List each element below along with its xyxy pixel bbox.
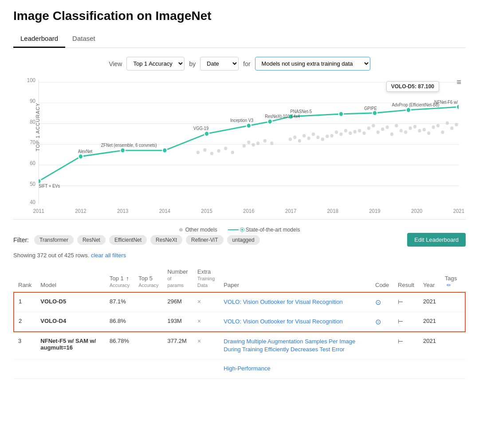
svg-text:2011: 2011 (33, 208, 45, 215)
top1-cell: 86.78% (105, 332, 134, 359)
extra-cell: × (193, 332, 219, 359)
svg-point-46 (450, 126, 453, 130)
col-code: Code (371, 265, 393, 292)
year-cell (419, 359, 440, 378)
tags-edit-icon[interactable]: ✏ (447, 282, 451, 288)
svg-point-78 (162, 148, 167, 153)
svg-point-69 (196, 151, 200, 154)
svg-point-43 (436, 124, 440, 127)
svg-point-52 (349, 131, 352, 135)
result-icon[interactable]: ⊢ (398, 298, 403, 305)
svg-point-79 (204, 131, 209, 136)
col-tags: Tags ✏ (440, 265, 465, 292)
svg-text:Inception V3: Inception V3 (230, 118, 254, 123)
edit-leaderboard-button[interactable]: Edit Leaderboard (407, 233, 466, 247)
svg-point-80 (247, 123, 251, 128)
paper-link[interactable]: VOLO: Vision Outlooker for Visual Recogn… (224, 299, 342, 305)
svg-text:AlexNet: AlexNet (78, 149, 93, 153)
svg-point-62 (326, 134, 329, 138)
clear-filters-link[interactable]: clear all filters (91, 252, 126, 259)
view-select[interactable]: Top 1 Accuracy Top 5 Accuracy (126, 57, 185, 71)
result-icon[interactable]: ⊢ (398, 318, 403, 325)
year-cell: 2021 (419, 332, 440, 359)
svg-point-86 (456, 104, 461, 109)
svg-point-32 (385, 126, 389, 129)
col-top1[interactable]: Top 1 ↑ Accuracy (105, 265, 134, 292)
col-params: Number of params (163, 265, 193, 292)
y-axis-label: TOP 1 ACCURACY (35, 102, 40, 151)
col-rank: Rank (14, 265, 36, 292)
svg-point-30 (377, 130, 380, 134)
code-cell[interactable]: ⊙ (371, 312, 393, 332)
filter-tag-efficientnet[interactable]: EfficientNet (109, 235, 147, 245)
filter-label: Filter: (13, 236, 29, 244)
chart-controls: View Top 1 Accuracy Top 5 Accuracy by Da… (13, 57, 466, 71)
by-select[interactable]: Date Params FLOPs (200, 57, 239, 71)
svg-point-76 (79, 154, 83, 159)
svg-point-55 (293, 135, 296, 139)
svg-point-85 (406, 107, 411, 112)
result-cell[interactable]: ⊢ (393, 312, 419, 332)
paper-cell: High-Performance (219, 359, 371, 378)
svg-point-58 (307, 137, 310, 140)
paper-link[interactable]: Drawing Multiple Augmentation Samples Pe… (224, 338, 355, 353)
paper-link-4[interactable]: High-Performance (224, 365, 271, 372)
github-icon[interactable]: ⊙ (375, 299, 381, 306)
code-cell[interactable]: ⊙ (371, 292, 393, 312)
paper-link[interactable]: VOLO: Vision Outlooker for Visual Recogn… (224, 318, 342, 325)
svg-point-66 (256, 141, 259, 145)
tab-dataset[interactable]: Dataset (65, 30, 102, 48)
filter-tag-resnext[interactable]: ResNeXt (150, 235, 182, 245)
svg-text:2019: 2019 (369, 208, 381, 215)
github-icon[interactable]: ⊙ (375, 318, 381, 326)
top5-cell (134, 359, 163, 378)
svg-point-63 (243, 144, 246, 148)
svg-text:50: 50 (30, 181, 35, 187)
rank-cell: 3 (14, 332, 36, 359)
page-title: Image Classification on ImageNet (13, 9, 466, 23)
filter-tag-resnet[interactable]: ResNet (77, 235, 106, 245)
top1-cell: 86.8% (105, 312, 134, 332)
svg-text:2017: 2017 (285, 208, 297, 215)
table-row: High-Performance (14, 359, 465, 378)
params-cell (163, 359, 193, 378)
filter-section: Filter: Transformer ResNet EfficientNet … (13, 233, 466, 247)
tab-leaderboard[interactable]: Leaderboard (13, 30, 65, 48)
svg-point-74 (231, 151, 234, 154)
svg-point-54 (289, 138, 292, 141)
svg-point-81 (267, 119, 272, 124)
code-cell (371, 332, 393, 359)
result-cell[interactable]: ⊢ (393, 292, 419, 312)
svg-point-45 (446, 122, 449, 125)
legend-sota-label: State-of-the-art models (246, 227, 300, 233)
svg-point-36 (404, 130, 407, 134)
svg-text:GPIPE: GPIPE (364, 106, 377, 111)
svg-point-34 (395, 124, 398, 127)
result-cell (393, 359, 419, 378)
paper-cell: VOLO: Vision Outlooker for Visual Recogn… (219, 312, 371, 332)
tab-bar: Leaderboard Dataset (13, 30, 466, 48)
top1-cell: 87.1% (105, 292, 134, 312)
col-top5: Top 5 Accuracy (134, 265, 163, 292)
chart-menu-icon[interactable]: ≡ (456, 78, 461, 87)
svg-point-29 (372, 124, 375, 127)
svg-point-26 (358, 129, 361, 133)
filter-tag-refiner[interactable]: Refiner-ViT (186, 235, 223, 245)
result-cell[interactable]: ⊢ (393, 332, 419, 359)
svg-text:SIFT + EVs: SIFT + EVs (39, 184, 60, 189)
for-select[interactable]: Models not using extra training data All… (255, 57, 370, 71)
filter-tag-transformer[interactable]: Transformer (34, 235, 74, 245)
svg-text:2012: 2012 (75, 208, 86, 215)
svg-point-83 (339, 111, 343, 116)
svg-point-84 (373, 110, 377, 115)
params-cell: 296M (163, 292, 193, 312)
svg-point-65 (252, 143, 255, 147)
chart-container: ≡ VOLO-D5: 87.100 TOP 1 ACCURACY 100 90 … (13, 78, 466, 220)
params-cell: 193M (163, 312, 193, 332)
legend-sota-line (228, 229, 239, 230)
result-icon[interactable]: ⊢ (398, 338, 403, 345)
table-header-row: Rank Model Top 1 ↑ Accuracy Top 5 Accura… (14, 265, 465, 292)
svg-point-77 (120, 148, 125, 153)
svg-point-44 (441, 130, 444, 134)
filter-tag-untagged[interactable]: untagged (227, 235, 260, 245)
